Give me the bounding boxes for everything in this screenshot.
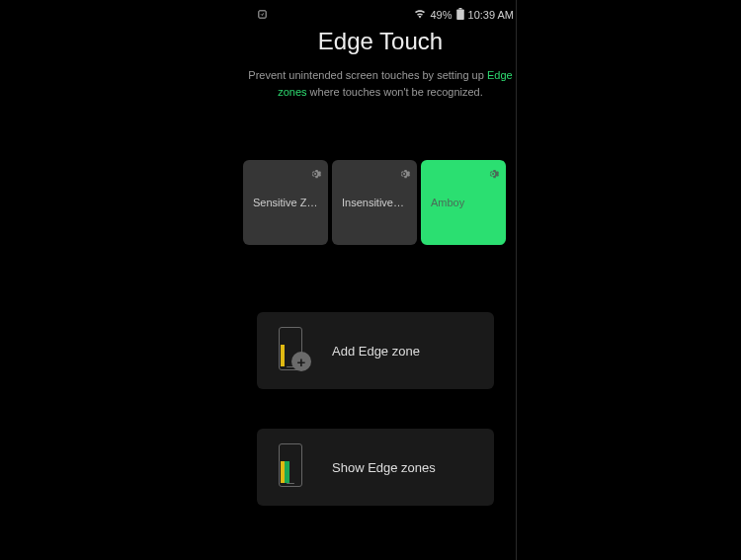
zone-label: Insensitive Z… — [342, 197, 407, 208]
wifi-icon — [414, 9, 426, 21]
svg-rect-1 — [458, 8, 461, 10]
zone-cards-row: Sensitive Zone Insensitive Z… Amboy — [243, 160, 506, 245]
battery-icon — [456, 8, 464, 22]
page-subtitle: Prevent unintended screen touches by set… — [237, 67, 524, 100]
battery-percentage: 49% — [430, 9, 452, 21]
add-zone-icon: + — [275, 327, 314, 374]
vertical-divider — [516, 0, 517, 560]
show-edge-zones-button[interactable]: Show Edge zones — [257, 429, 494, 506]
gear-icon[interactable] — [399, 166, 411, 178]
action-label: Add Edge zone — [332, 344, 420, 359]
zone-card-insensitive[interactable]: Insensitive Z… — [332, 160, 417, 245]
page-title: Edge Touch — [237, 28, 524, 55]
zone-card-sensitive[interactable]: Sensitive Zone — [243, 160, 328, 245]
svg-rect-2 — [456, 10, 464, 21]
gear-icon[interactable] — [310, 166, 322, 178]
clock-time: 10:39 AM — [468, 9, 514, 21]
zone-label: Amboy — [431, 197, 496, 208]
action-label: Show Edge zones — [332, 460, 436, 475]
status-bar: 49% 10:39 AM — [257, 6, 514, 24]
gear-icon[interactable] — [488, 166, 500, 178]
zone-card-amboy[interactable]: Amboy — [421, 160, 506, 245]
add-edge-zone-button[interactable]: + Add Edge zone — [257, 312, 494, 389]
show-zones-icon — [275, 443, 314, 491]
notification-icon — [257, 9, 268, 22]
zone-label: Sensitive Zone — [253, 197, 318, 208]
plus-icon: + — [291, 352, 311, 371]
